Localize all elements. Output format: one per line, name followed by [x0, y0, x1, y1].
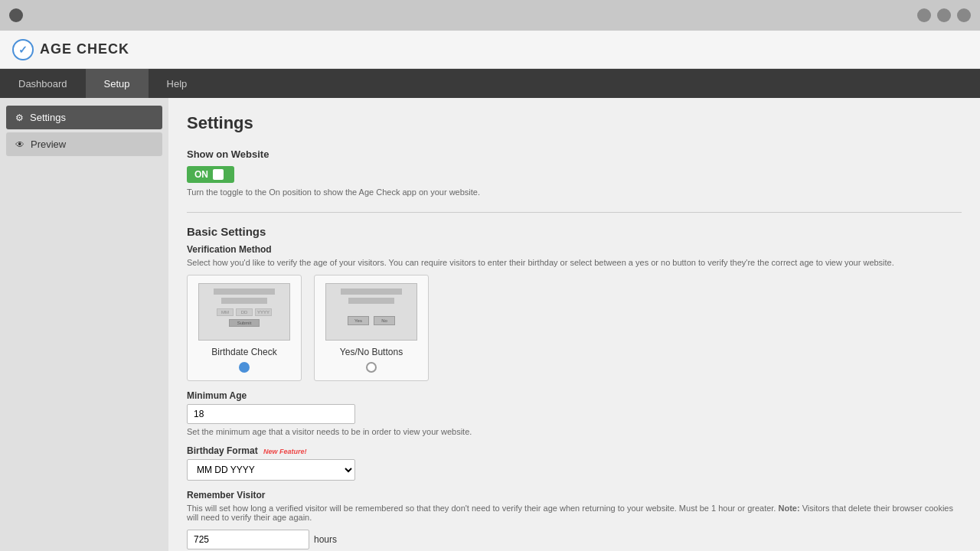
- nav-setup[interactable]: Setup: [86, 69, 149, 98]
- logo-icon: ✓: [12, 39, 34, 60]
- birthday-format-field: Birthday Format New Feature! MM DD YYYY …: [187, 445, 962, 481]
- divider-1: [187, 212, 962, 213]
- yesno-card-preview: Yes No: [325, 283, 417, 341]
- layout: ⚙ Settings 👁 Preview Settings Show on We…: [0, 98, 980, 551]
- toggle-button[interactable]: ON: [187, 166, 234, 183]
- preview-yes-btn: Yes: [348, 316, 369, 325]
- settings-icon: ⚙: [15, 112, 24, 123]
- birthdate-radio[interactable]: [239, 362, 250, 373]
- sidebar-item-preview[interactable]: 👁 Preview: [6, 132, 162, 156]
- minimum-age-label: Minimum Age: [187, 390, 962, 401]
- toggle-slider: [213, 169, 224, 180]
- birthdate-card-label: Birthdate Check: [211, 347, 276, 357]
- preview-fields: MM DD YYYY: [217, 308, 272, 316]
- preview-bar-1: [214, 289, 275, 295]
- yesno-radio[interactable]: [366, 362, 377, 373]
- birthday-format-label: Birthday Format New Feature!: [187, 445, 962, 456]
- show-on-website-hint: Turn the toggle to the On position to sh…: [187, 187, 962, 197]
- preview-bar-2: [221, 298, 267, 304]
- toggle-state: ON: [194, 169, 208, 180]
- minimum-age-field: Minimum Age Set the minimum age that a v…: [187, 390, 962, 436]
- top-bar-circle-btn[interactable]: [9, 8, 23, 22]
- preview-no-btn: No: [374, 316, 395, 325]
- remember-hours-input[interactable]: [187, 530, 309, 549]
- preview-yyyy: YYYY: [255, 308, 272, 316]
- logo: ✓ AGE CHECK: [12, 39, 129, 60]
- page-title: Settings: [187, 113, 962, 133]
- verification-method-field: Verification Method Select how you'd lik…: [187, 244, 962, 381]
- basic-settings-section: Basic Settings Verification Method Selec…: [187, 225, 962, 549]
- minimum-age-hint: Set the minimum age that a visitor needs…: [187, 427, 962, 436]
- preview-dd: DD: [236, 308, 253, 316]
- hours-label: hours: [314, 534, 337, 545]
- top-bar-left: [9, 8, 23, 22]
- sidebar-settings-label: Settings: [30, 112, 66, 123]
- remember-visitor-hint: This will set how long a verified visito…: [187, 504, 962, 522]
- birthday-format-select[interactable]: MM DD YYYY DD MM YYYY YYYY MM DD: [187, 459, 355, 481]
- preview-icon: 👁: [15, 139, 24, 150]
- birthdate-card-preview: MM DD YYYY Submit: [198, 283, 290, 341]
- main-nav: Dashboard Setup Help: [0, 69, 980, 98]
- preview-mm: MM: [217, 308, 234, 316]
- yesno-preview-bar-1: [341, 289, 402, 295]
- new-feature-badge: New Feature!: [263, 448, 307, 455]
- verification-cards: MM DD YYYY Submit Birthdate Check: [187, 275, 962, 381]
- sidebar-item-settings[interactable]: ⚙ Settings: [6, 106, 162, 129]
- yesno-preview-bar-2: [348, 298, 394, 304]
- top-bar-btn-2[interactable]: [937, 8, 951, 22]
- remember-note-label: Note:: [779, 504, 800, 513]
- toggle-wrapper: ON: [187, 166, 962, 183]
- main-content: Settings Show on Website ON Turn the tog…: [168, 98, 980, 551]
- nav-help[interactable]: Help: [149, 69, 206, 98]
- show-on-website-label: Show on Website: [187, 148, 962, 160]
- nav-dashboard[interactable]: Dashboard: [0, 69, 86, 98]
- sidebar-preview-label: Preview: [31, 139, 66, 150]
- yesno-card-label: Yes/No Buttons: [340, 347, 403, 357]
- logo-text: AGE CHECK: [40, 41, 129, 57]
- sidebar: ⚙ Settings 👁 Preview: [0, 98, 168, 551]
- show-on-website-section: Show on Website ON Turn the toggle to th…: [187, 148, 962, 197]
- top-bar-btn-1[interactable]: [917, 8, 931, 22]
- top-bar: [0, 0, 980, 31]
- preview-submit: Submit: [229, 319, 260, 327]
- remember-visitor-field: Remember Visitor This will set how long …: [187, 490, 962, 549]
- minimum-age-input[interactable]: [187, 404, 355, 424]
- remember-visitor-label: Remember Visitor: [187, 490, 962, 500]
- verification-method-hint: Select how you'd like to verify the age …: [187, 258, 962, 267]
- yesno-preview-buttons: Yes No: [348, 316, 395, 325]
- basic-settings-title: Basic Settings: [187, 225, 962, 238]
- yesno-card[interactable]: Yes No Yes/No Buttons: [314, 275, 429, 381]
- birthdate-check-card[interactable]: MM DD YYYY Submit Birthdate Check: [187, 275, 302, 381]
- verification-method-label: Verification Method: [187, 244, 962, 255]
- top-bar-right: [917, 8, 971, 22]
- top-bar-btn-3[interactable]: [957, 8, 971, 22]
- remember-row: hours: [187, 530, 962, 549]
- header: ✓ AGE CHECK: [0, 31, 980, 69]
